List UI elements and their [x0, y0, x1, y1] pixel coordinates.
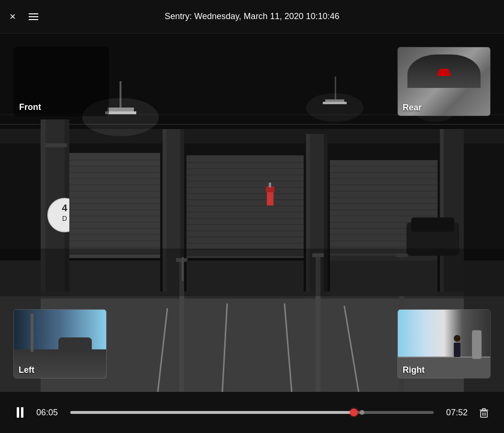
- controls-bar: 06:05 07:52: [0, 392, 504, 433]
- left-camera-thumbnail[interactable]: Left: [13, 309, 107, 379]
- svg-rect-31: [69, 153, 160, 258]
- total-time-display: 07:52: [441, 408, 468, 418]
- menu-button[interactable]: [29, 13, 38, 20]
- front-camera-overlay[interactable]: Front: [13, 47, 109, 116]
- delete-button[interactable]: [475, 404, 493, 421]
- current-time-display: 06:05: [36, 408, 63, 418]
- svg-rect-86: [267, 191, 274, 206]
- svg-rect-2: [0, 129, 504, 143]
- play-pause-button[interactable]: [11, 404, 29, 421]
- right-camera-label: Right: [403, 365, 425, 375]
- left-car: [58, 337, 92, 352]
- left-pole: [31, 314, 33, 352]
- rear-camera-label: Rear: [403, 103, 422, 113]
- svg-rect-88: [269, 183, 271, 187]
- trash-icon: [478, 406, 490, 419]
- close-button[interactable]: ×: [10, 11, 16, 22]
- person-body: [454, 343, 460, 357]
- tesla-logo: [437, 69, 451, 76]
- svg-rect-107: [0, 249, 504, 296]
- svg-text:4: 4: [62, 203, 67, 213]
- right-camera-thumbnail[interactable]: Right: [397, 309, 491, 379]
- video-title: Sentry: Wednesday, March 11, 2020 10:10:…: [164, 11, 340, 22]
- svg-point-12: [306, 93, 363, 122]
- progress-fill: [70, 411, 354, 414]
- svg-text:D: D: [62, 215, 67, 222]
- progress-handle-secondary[interactable]: [360, 410, 364, 415]
- menu-icon-bar3: [29, 19, 38, 20]
- header-bar: × Sentry: Wednesday, March 11, 2020 10:1…: [0, 0, 504, 33]
- pause-bar-left: [17, 407, 19, 418]
- svg-rect-19: [45, 143, 67, 147]
- person-head: [454, 335, 460, 342]
- progress-handle-primary[interactable]: [350, 409, 358, 416]
- svg-rect-49: [186, 155, 304, 258]
- right-charger: [472, 330, 482, 359]
- pause-bar-right: [21, 407, 23, 418]
- left-camera-label: Left: [19, 365, 34, 375]
- menu-icon-bar2: [29, 16, 38, 17]
- svg-rect-85: [411, 217, 454, 232]
- right-person: [453, 335, 461, 359]
- rear-window: [407, 54, 481, 88]
- pause-icon: [17, 407, 23, 418]
- video-container: 4 D: [0, 33, 504, 392]
- front-camera-label: Front: [19, 102, 41, 112]
- menu-icon-bar1: [29, 13, 38, 14]
- progress-bar[interactable]: [70, 411, 434, 414]
- rear-camera-thumbnail[interactable]: Rear: [397, 47, 491, 116]
